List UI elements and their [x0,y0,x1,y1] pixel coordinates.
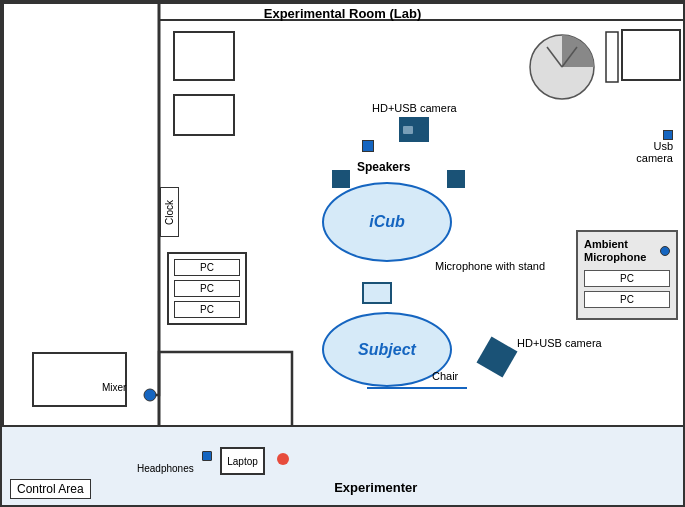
svg-point-14 [144,389,156,401]
usb-camera-dot [663,130,673,140]
laptop-box: Laptop [220,447,265,475]
mic-stand: Microphone with stand [362,282,510,294]
mixer-box [32,352,127,407]
headphones-label: Headphones [137,463,194,474]
ambient-mic-box: Ambient Microphone PC PC [576,230,678,320]
hd-camera-bottom-label: HD+USB camera [517,337,602,349]
clock-label: Clock [160,187,179,237]
svg-rect-10 [606,32,618,82]
pc-stack: PC PC PC [167,252,247,325]
svg-rect-11 [174,32,234,80]
hd-camera-dot [362,140,374,152]
control-area-label: Control Area [10,479,91,499]
experimental-room-title: Experimental Room (Lab) [264,6,421,21]
pc-item-3: PC [174,301,240,318]
ambient-mic-header: Ambient Microphone [584,238,670,264]
svg-point-6 [530,35,594,99]
svg-rect-12 [174,95,234,135]
svg-rect-17 [403,126,413,134]
hd-camera-bottom-icon [477,337,518,378]
ambient-pc-1: PC [584,270,670,287]
svg-line-8 [562,47,577,67]
pc-item-2: PC [174,280,240,297]
hd-usb-camera-bottom: HD+USB camera [482,337,602,372]
speaker-left [332,170,350,188]
main-container: Experimental Room (Lab) Clock PC PC PC M… [0,0,685,507]
speaker-right [447,170,465,188]
mic-stand-label: Microphone with stand [435,260,545,272]
mic-stand-box [362,282,392,304]
experimenter-label: Experimenter [334,480,417,495]
control-area: Control Area Headphones Laptop Experimen… [2,425,683,505]
mixer-label: Mixer [102,382,126,393]
usb-camera-right-group: Usbcamera [636,130,673,164]
red-dot [277,453,289,465]
svg-line-7 [547,47,562,67]
svg-marker-16 [420,122,428,138]
ambient-mic-dot [660,246,670,256]
svg-rect-9 [622,30,680,80]
headphones-dot [202,451,212,461]
speakers-label: Speakers [357,160,410,174]
ambient-pc-2: PC [584,291,670,308]
icub-ellipse: iCub [322,182,452,262]
ambient-mic-label: Ambient Microphone [584,238,657,264]
chair-label: Chair [432,370,458,382]
hd-camera-top-icon [399,117,429,142]
chair-line [367,387,467,389]
pc-item-1: PC [174,259,240,276]
hd-usb-camera-top: HD+USB camera [372,102,457,145]
